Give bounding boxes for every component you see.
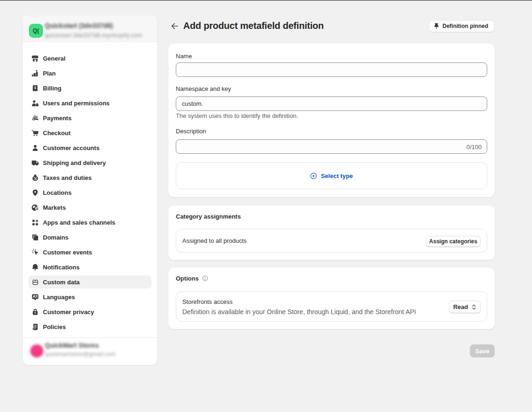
svg-text:$: $	[36, 206, 38, 211]
